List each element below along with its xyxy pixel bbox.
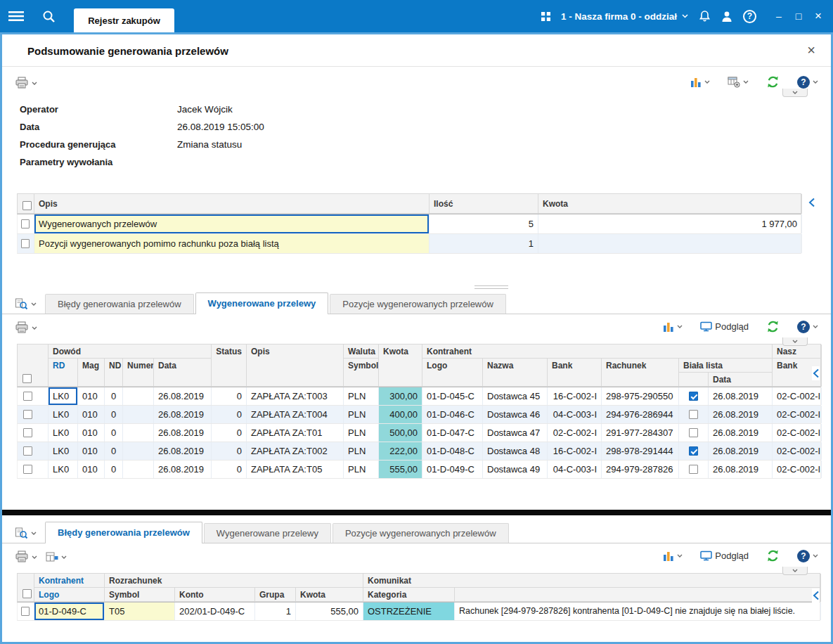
cell-mag[interactable]: 010 <box>78 424 105 442</box>
cell-nazwa[interactable]: Dostawca 45 <box>483 387 548 405</box>
minimize-button[interactable]: – <box>770 5 788 27</box>
column-header-symbol[interactable]: Symbol <box>105 588 175 602</box>
cell-status[interactable]: 0 <box>212 406 247 423</box>
column-header-opis[interactable]: Opis <box>34 194 430 214</box>
column-header-biala-data[interactable]: Data <box>709 373 773 387</box>
cell-opis[interactable]: Pozycji wygenerowanych pomimo rachunku p… <box>34 234 430 253</box>
cell-biala-lista[interactable] <box>679 442 709 460</box>
bell-icon[interactable] <box>699 10 711 22</box>
cell-rd[interactable]: LK0 <box>49 387 78 405</box>
cell-nd[interactable]: 0 <box>105 424 123 442</box>
maximize-button[interactable]: □ <box>789 5 808 27</box>
chevron-down-icon[interactable] <box>32 326 37 330</box>
cell-logo[interactable]: 01-D-049-C <box>422 461 483 478</box>
chevron-down-icon[interactable] <box>677 325 683 328</box>
cell-data[interactable]: 26.08.2019 <box>154 387 212 405</box>
chevron-down-icon[interactable] <box>743 80 749 84</box>
checkbox[interactable] <box>21 239 30 248</box>
cell-kwota[interactable]: 500,00 <box>379 424 422 442</box>
checkbox[interactable] <box>23 392 32 401</box>
cell-waluta[interactable]: PLN <box>344 442 379 460</box>
cell-nasz-bank[interactable]: 02-C-002-I <box>773 461 822 478</box>
cell-mag[interactable]: 010 <box>78 442 105 460</box>
layout-columns-button[interactable] <box>46 552 67 562</box>
table-row[interactable]: LK0 010 0 26.08.2019 0 ZAPŁATA ZA:T004 P… <box>17 406 821 424</box>
checkbox[interactable] <box>23 428 32 437</box>
tab-pozycje-wygenerowanych[interactable]: Pozycje wygenerowanych przelewów <box>332 523 509 543</box>
toolbar-collapse[interactable] <box>782 337 808 346</box>
print-preview-button[interactable] <box>15 527 37 539</box>
tab-rejestr-zakupow[interactable]: Rejestr zakupów <box>74 8 174 32</box>
cell-rachunek[interactable]: 298-975-290550 <box>602 387 679 405</box>
cell-waluta[interactable]: PLN <box>344 406 379 423</box>
cell-nasz-bank[interactable]: 02-C-002-I <box>773 424 822 442</box>
cell-data[interactable]: 26.08.2019 <box>154 442 212 460</box>
chevron-down-icon[interactable] <box>813 554 818 558</box>
cell-kwota[interactable]: 1 977,00 <box>538 214 802 233</box>
row-checkbox[interactable] <box>18 603 34 620</box>
group-header-dowod[interactable]: Dowód <box>49 344 212 359</box>
cell-logo[interactable]: 01-D-048-C <box>422 442 483 460</box>
column-header-nazwa[interactable]: Nazwa <box>483 359 548 387</box>
row-checkbox[interactable] <box>18 461 49 478</box>
cell-numer[interactable] <box>123 461 154 478</box>
cell-numer[interactable] <box>123 406 154 423</box>
table-settings-button[interactable] <box>728 77 749 88</box>
cell-konto[interactable]: 202/01-D-049-C <box>175 603 255 620</box>
tab-pozycje-wygenerowanych[interactable]: Pozycje wygenerowanych przelewów <box>330 294 506 314</box>
row-checkbox[interactable] <box>18 387 49 405</box>
column-header-symbol[interactable]: Symbol <box>344 359 379 387</box>
column-header-kwota[interactable]: Kwota <box>538 194 802 214</box>
dialog-close-button[interactable]: × <box>807 42 815 58</box>
cell-nd[interactable]: 0 <box>105 442 123 460</box>
search-icon[interactable] <box>42 10 56 23</box>
table-row[interactable]: LK0 010 0 26.08.2019 0 ZAPŁATA ZA:T01 PL… <box>17 424 821 442</box>
select-all-checkbox[interactable] <box>18 344 49 387</box>
cell-biala-lista[interactable] <box>679 461 709 478</box>
table-row[interactable]: Pozycji wygenerowanych pomimo rachunku p… <box>17 234 801 254</box>
row-checkbox[interactable] <box>18 234 34 253</box>
column-header-numer[interactable]: Numer <box>123 359 154 387</box>
refresh-button[interactable] <box>766 75 780 89</box>
cell-komunikat[interactable]: Rachunek [294-979-287826] kontrahenta [0… <box>455 603 821 620</box>
group-header-rozrachunek[interactable]: Rozrachunek <box>105 574 363 588</box>
cell-bank[interactable]: 04-C-003-I <box>548 406 602 423</box>
hamburger-menu-icon[interactable] <box>8 11 24 22</box>
cell-status[interactable]: 0 <box>212 442 247 460</box>
chevron-down-icon[interactable] <box>61 555 67 559</box>
column-header-rachunek[interactable]: Rachunek <box>602 359 679 387</box>
cell-opis[interactable]: ZAPŁATA ZA:T05 <box>247 461 344 478</box>
cell-bank[interactable]: 04-C-003-I <box>548 461 602 478</box>
cell-biala-data[interactable]: 26.08.2019 <box>709 406 773 423</box>
cell-rachunek[interactable]: 294-979-287826 <box>602 461 679 478</box>
refresh-button[interactable] <box>766 320 780 333</box>
cell-mag[interactable]: 010 <box>78 387 105 405</box>
refresh-button[interactable] <box>766 549 780 562</box>
help-button[interactable]: ? <box>797 550 818 562</box>
row-checkbox[interactable] <box>18 424 49 442</box>
table-row[interactable]: 01-D-049-C T05 202/01-D-049-C 1 555,00 O… <box>17 603 820 621</box>
cell-opis[interactable]: ZAPŁATA ZA:T003 <box>247 387 344 405</box>
row-checkbox[interactable] <box>18 406 49 423</box>
column-header-nd[interactable]: ND <box>105 359 123 387</box>
chevron-down-icon[interactable] <box>31 302 37 306</box>
cell-rachunek[interactable]: 291-977-284307 <box>602 424 679 442</box>
cell-nd[interactable]: 0 <box>105 387 123 405</box>
cell-waluta[interactable]: PLN <box>344 387 379 405</box>
cell-numer[interactable] <box>123 387 154 405</box>
cell-symbol[interactable]: T05 <box>105 603 175 620</box>
cell-biala-data[interactable]: 26.08.2019 <box>709 424 773 442</box>
column-header-waluta[interactable]: Waluta <box>344 344 379 359</box>
group-header-biala-lista[interactable]: Biała lista <box>679 359 773 373</box>
checkbox[interactable] <box>23 410 32 419</box>
cell-kwota[interactable]: 222,00 <box>379 442 422 460</box>
collapse-panel-chevron[interactable] <box>812 588 820 603</box>
preview-button[interactable]: Podgląd <box>700 321 749 332</box>
cell-data[interactable]: 26.08.2019 <box>154 424 212 442</box>
cell-mag[interactable]: 010 <box>78 406 105 423</box>
tab-bledy-generowania[interactable]: Błędy generowania przelewów <box>45 294 194 314</box>
cell-status[interactable]: 0 <box>212 461 247 478</box>
cell-opis[interactable]: Wygenerowanych przelewów <box>34 214 430 233</box>
table-row[interactable]: LK0 010 0 26.08.2019 0 ZAPŁATA ZA:T002 P… <box>17 442 821 461</box>
cell-numer[interactable] <box>123 424 154 442</box>
